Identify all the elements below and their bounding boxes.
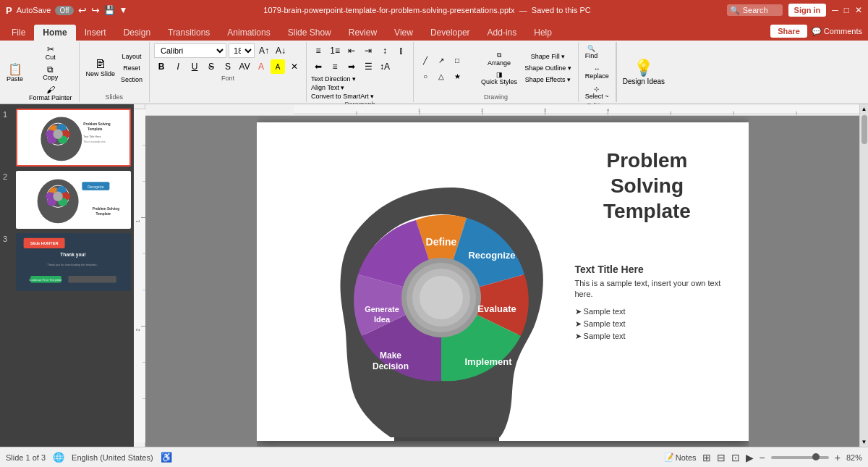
svg-rect-46 xyxy=(294,105,859,115)
columns-button[interactable]: ⫿ xyxy=(394,43,409,58)
increase-indent-button[interactable]: ⇥ xyxy=(361,43,375,58)
notes-button[interactable]: 📝 Notes xyxy=(664,453,697,462)
signin-button[interactable]: Sign in xyxy=(788,4,827,17)
zoom-slider[interactable] xyxy=(771,456,829,459)
zoom-out-button[interactable]: − xyxy=(760,452,765,463)
bullets-button[interactable]: ≡ xyxy=(311,43,326,58)
slide-panel: 1 Problem Solving Templ xyxy=(0,104,134,447)
accessibility-icon[interactable]: ♿ xyxy=(161,452,172,463)
slide-thumb-1[interactable]: Problem Solving Template Text Title Here… xyxy=(16,109,131,167)
shape-effects-button[interactable]: Shape Effects ▾ xyxy=(522,75,574,85)
ribbon-group-editing: 🔍 Find ↔ Replace ⊹ Select ~ Editing xyxy=(579,42,616,102)
quick-styles-button[interactable]: ◨ Quick Styles xyxy=(479,70,519,87)
section-button[interactable]: Section xyxy=(119,75,145,85)
justify-button[interactable]: ☰ xyxy=(361,59,375,74)
slide-number-1: 1 xyxy=(3,109,12,119)
line-shape[interactable]: ╱ xyxy=(418,53,433,67)
slide-item-1[interactable]: 1 Problem Solving Templ xyxy=(3,109,131,167)
decrease-indent-button[interactable]: ⇤ xyxy=(344,43,359,58)
share-button[interactable]: Share xyxy=(770,25,807,38)
copy-button[interactable]: ⧉ Copy xyxy=(27,64,75,83)
undo-icon[interactable]: ↩ xyxy=(78,4,87,16)
find-button[interactable]: 🔍 Find xyxy=(583,43,600,61)
comments-button[interactable]: 💬 Comments xyxy=(812,27,862,36)
star-shape[interactable]: ★ xyxy=(450,69,464,83)
increase-font-button[interactable]: A↑ xyxy=(257,43,271,58)
bold-button[interactable]: B xyxy=(154,59,169,74)
save-icon[interactable]: 💾 xyxy=(104,5,115,15)
tab-design[interactable]: Design xyxy=(115,25,159,41)
tab-review[interactable]: Review xyxy=(340,25,386,41)
close-icon[interactable]: ✕ xyxy=(855,5,862,15)
reading-view-button[interactable]: ⊡ xyxy=(731,452,740,463)
customize-icon[interactable]: ▼ xyxy=(119,5,128,15)
tab-file[interactable]: File xyxy=(3,25,34,41)
svg-point-8 xyxy=(53,130,62,139)
align-center-button[interactable]: ≡ xyxy=(328,59,342,74)
oval-shape[interactable]: ○ xyxy=(418,69,433,83)
font-name-select[interactable]: Calibri xyxy=(154,43,226,58)
right-scrollbar[interactable]: ▲ ▼ xyxy=(859,104,868,447)
zoom-level[interactable]: 82% xyxy=(846,453,862,462)
slide-item-3[interactable]: 3 Slide HUNTER Thank you! Thank you for … xyxy=(3,233,131,291)
new-slide-button[interactable]: 🖹 New Slide xyxy=(84,57,118,79)
design-ideas-icon: 💡 xyxy=(634,59,653,77)
align-right-button[interactable]: ➡ xyxy=(344,59,359,74)
reset-button[interactable]: Reset xyxy=(119,63,145,73)
tab-help[interactable]: Help xyxy=(525,25,561,41)
redo-icon[interactable]: ↪ xyxy=(91,4,100,16)
select-button[interactable]: ⊹ Select ~ xyxy=(583,84,611,101)
decrease-font-button[interactable]: A↓ xyxy=(273,43,288,58)
char-spacing-button[interactable]: AV xyxy=(237,59,252,74)
triangle-shape[interactable]: △ xyxy=(434,69,448,83)
font-size-select[interactable]: 18 xyxy=(229,43,255,58)
ribbon-content: 📋 Paste ✂ Cut ⧉ Copy 🖌 Format Painter Cl… xyxy=(0,41,868,104)
tab-animations[interactable]: Animations xyxy=(218,25,278,41)
autosave-toggle[interactable]: Off xyxy=(55,6,73,15)
ribbon-group-designer[interactable]: 💡 Design Ideas xyxy=(616,42,671,102)
minimize-icon[interactable]: ─ xyxy=(832,5,838,15)
scroll-thumb[interactable] xyxy=(861,115,867,144)
rect-shape[interactable]: □ xyxy=(450,53,464,67)
paste-button[interactable]: 📋 Paste xyxy=(4,62,25,84)
search-box[interactable]: 🔍 Search xyxy=(727,4,783,16)
ribbon-tabs: File Home Insert Design Transitions Anim… xyxy=(0,20,868,41)
scroll-down-arrow[interactable]: ▼ xyxy=(860,437,868,447)
shape-fill-button[interactable]: Shape Fill ▾ xyxy=(522,51,574,62)
strikethrough-button[interactable]: S xyxy=(204,59,218,74)
numbering-button[interactable]: 1≡ xyxy=(328,43,342,58)
tab-home[interactable]: Home xyxy=(34,25,75,41)
shape-outline-button[interactable]: Shape Outline ▾ xyxy=(522,63,574,73)
tab-transitions[interactable]: Transitions xyxy=(159,25,218,41)
underline-button[interactable]: U xyxy=(187,59,202,74)
cut-button[interactable]: ✂ Cut xyxy=(27,43,75,62)
arrow-shape[interactable]: ↗ xyxy=(434,53,448,67)
tab-view[interactable]: View xyxy=(386,25,422,41)
text-direction-button[interactable]: ↕A xyxy=(378,59,392,74)
slide-thumb-3[interactable]: Slide HUNTER Thank you! Thank you for do… xyxy=(16,233,131,291)
scroll-up-arrow[interactable]: ▲ xyxy=(860,104,868,114)
tab-insert[interactable]: Insert xyxy=(76,25,115,41)
line-spacing-button[interactable]: ↕ xyxy=(378,43,392,58)
restore-icon[interactable]: □ xyxy=(844,5,849,15)
text-shadow-button[interactable]: S xyxy=(221,59,235,74)
tab-addins[interactable]: Add-ins xyxy=(479,25,526,41)
normal-view-button[interactable]: ⊞ xyxy=(702,452,711,463)
font-color-button[interactable]: A xyxy=(254,59,268,74)
slide-canvas[interactable]: Define Recognize Evaluate Implement Impl… xyxy=(257,122,749,441)
italic-button[interactable]: I xyxy=(171,59,185,74)
replace-button[interactable]: ↔ Replace xyxy=(583,64,611,81)
tab-developer[interactable]: Developer xyxy=(422,25,479,41)
tab-slideshow[interactable]: Slide Show xyxy=(279,25,340,41)
format-painter-button[interactable]: 🖌 Format Painter xyxy=(27,84,75,103)
zoom-in-button[interactable]: + xyxy=(835,452,841,463)
slide-sorter-button[interactable]: ⊟ xyxy=(717,452,726,463)
slide-thumb-2[interactable]: Recognize Problem Solving Template xyxy=(16,171,131,229)
align-left-button[interactable]: ⬅ xyxy=(311,59,326,74)
highlight-button[interactable]: A xyxy=(271,59,285,74)
presentation-view-button[interactable]: ▶ xyxy=(746,452,754,463)
layout-button[interactable]: Layout xyxy=(119,51,145,62)
slide-item-2[interactable]: 2 Recognize Problem Solving Templ xyxy=(3,171,131,229)
clear-format-button[interactable]: ✕ xyxy=(287,59,302,74)
arrange-button[interactable]: ⧉ Arrange xyxy=(479,50,519,68)
